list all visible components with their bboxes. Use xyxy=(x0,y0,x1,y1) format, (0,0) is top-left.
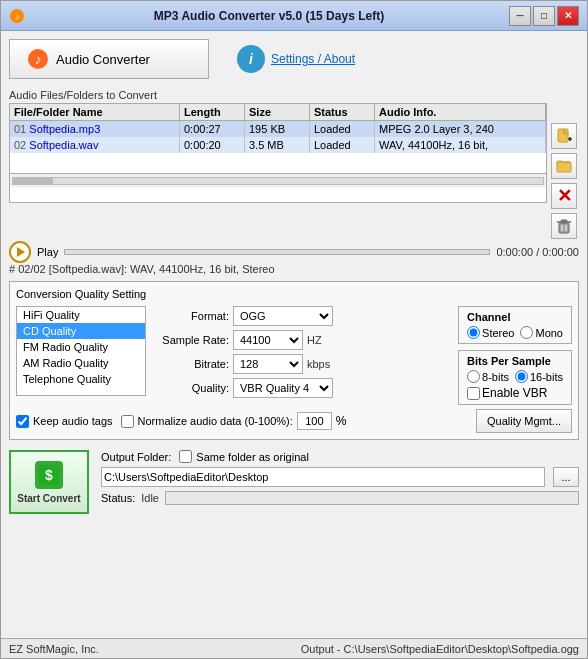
bits-16-option[interactable]: 16-bits xyxy=(515,370,563,383)
channel-radio-row: Stereo Mono xyxy=(467,326,563,339)
quality-select[interactable]: VBR Quality 4 xyxy=(233,378,333,398)
format-row: Format: OGG MP3 WAV FLAC xyxy=(154,306,450,326)
main-window: ♪ MP3 Audio Converter v5.0 (15 Days Left… xyxy=(0,0,588,659)
file-list-section: File/Folder Name Length Size Status Audi… xyxy=(9,103,547,239)
time-display: 0:00:00 / 0:00:00 xyxy=(496,246,579,258)
svg-rect-4 xyxy=(558,129,568,142)
maximize-button[interactable]: □ xyxy=(533,6,555,26)
normalize-checkbox[interactable] xyxy=(121,415,134,428)
format-select[interactable]: OGG MP3 WAV FLAC xyxy=(233,306,333,326)
keep-tags-checkbox[interactable] xyxy=(16,415,29,428)
status-bar: EZ SoftMagic, Inc. Output - C:\Users\Sof… xyxy=(1,638,587,658)
status-row: Status: Idle xyxy=(101,491,579,505)
start-convert-button[interactable]: $ Start Convert xyxy=(9,450,89,514)
same-folder-checkbox[interactable] xyxy=(179,450,192,463)
sample-rate-row: Sample Rate: 44100 22050 11025 HZ xyxy=(154,330,450,350)
scroll-thumb[interactable] xyxy=(13,178,53,184)
file-list-empty xyxy=(10,153,546,173)
mono-radio[interactable] xyxy=(520,326,533,339)
keep-tags-option[interactable]: Keep audio tags xyxy=(16,415,113,428)
svg-rect-7 xyxy=(557,162,571,172)
convert-arrow-icon: $ xyxy=(38,464,60,486)
quality-list[interactable]: HiFi Quality CD Quality FM Radio Quality… xyxy=(16,306,146,396)
minimize-button[interactable]: ─ xyxy=(509,6,531,26)
col-header-size: Size xyxy=(245,104,310,120)
playback-bar: Play 0:00:00 / 0:00:00 xyxy=(9,241,579,263)
bits-8-option[interactable]: 8-bits xyxy=(467,370,509,383)
quality-params: Format: OGG MP3 WAV FLAC Sample Rate: 44… xyxy=(154,306,450,405)
trash-icon xyxy=(556,218,572,234)
normalize-option[interactable]: Normalize audio data (0-100%): xyxy=(121,415,293,428)
quality-item-telephone[interactable]: Telephone Quality xyxy=(17,371,145,387)
file-list-header: File/Folder Name Length Size Status Audi… xyxy=(10,104,546,121)
play-button[interactable] xyxy=(9,241,31,263)
bitrate-unit: kbps xyxy=(307,358,330,370)
play-icon xyxy=(17,247,25,257)
settings-area: i Settings / About xyxy=(237,45,355,73)
svg-text:♪: ♪ xyxy=(35,51,42,67)
status-label: Status: xyxy=(101,492,135,504)
convert-icon: $ xyxy=(35,461,63,489)
sample-rate-label: Sample Rate: xyxy=(154,334,229,346)
music-icon: ♪ xyxy=(26,47,50,71)
play-label: Play xyxy=(37,246,58,258)
settings-link[interactable]: Settings / About xyxy=(271,52,355,66)
status-value: Idle xyxy=(141,492,159,504)
quality-item-hifi[interactable]: HiFi Quality xyxy=(17,307,145,323)
browse-button[interactable]: ... xyxy=(553,467,579,487)
main-area: File/Folder Name Length Size Status Audi… xyxy=(9,103,579,239)
file-list-container: File/Folder Name Length Size Status Audi… xyxy=(9,103,547,203)
quality-param-row: Quality: VBR Quality 4 xyxy=(154,378,450,398)
same-folder-option[interactable]: Same folder as original xyxy=(179,450,309,463)
remove-button[interactable]: ✕ xyxy=(551,183,577,209)
enable-vbr-option[interactable]: Enable VBR xyxy=(467,386,563,400)
audio-converter-label: Audio Converter xyxy=(56,52,150,67)
start-convert-label: Start Convert xyxy=(17,493,80,504)
normalize-input[interactable] xyxy=(297,412,332,430)
toolbar: ♪ Audio Converter i Settings / About xyxy=(9,39,579,79)
bitrate-label: Bitrate: xyxy=(154,358,229,370)
quality-section-title: Conversion Quality Setting xyxy=(16,288,572,300)
bits-16-radio[interactable] xyxy=(515,370,528,383)
quality-item-fm[interactable]: FM Radio Quality xyxy=(17,339,145,355)
close-button[interactable]: ✕ xyxy=(557,6,579,26)
scroll-track[interactable] xyxy=(12,177,544,185)
enable-vbr-checkbox[interactable] xyxy=(467,387,480,400)
output-path-input[interactable] xyxy=(101,467,545,487)
bitrate-select[interactable]: 128 192 256 320 xyxy=(233,354,303,374)
mono-option[interactable]: Mono xyxy=(520,326,563,339)
bits-group: Bits Per Sample 8-bits 16-bits xyxy=(458,350,572,405)
progress-bar xyxy=(165,491,579,505)
stereo-option[interactable]: Stereo xyxy=(467,326,514,339)
side-buttons: ✕ xyxy=(551,103,579,239)
table-row[interactable]: 02 Softpedia.wav 0:00:20 3.5 MB Loaded W… xyxy=(10,137,546,153)
file-section-title: Audio Files/Folders to Convert xyxy=(9,89,579,101)
add-folder-icon xyxy=(556,158,572,174)
sample-rate-select[interactable]: 44100 22050 11025 xyxy=(233,330,303,350)
quality-mgmt-button[interactable]: Quality Mgmt... xyxy=(476,409,572,433)
bits-8-radio[interactable] xyxy=(467,370,480,383)
add-folder-button[interactable] xyxy=(551,153,577,179)
file-info-line: # 02/02 [Softpedia.wav]: WAV, 44100Hz, 1… xyxy=(9,263,579,275)
sample-rate-unit: HZ xyxy=(307,334,322,346)
add-file-button[interactable] xyxy=(551,123,577,149)
clear-button[interactable] xyxy=(551,213,577,239)
file-section: Audio Files/Folders to Convert File/Fold… xyxy=(9,89,579,275)
stereo-radio[interactable] xyxy=(467,326,480,339)
audio-converter-button[interactable]: ♪ Audio Converter xyxy=(9,39,209,79)
col-header-length: Length xyxy=(180,104,245,120)
col-header-audio: Audio Info. xyxy=(375,104,546,120)
channel-bits-section: Channel Stereo Mono xyxy=(458,306,572,405)
bits-radio-row: 8-bits 16-bits xyxy=(467,370,563,383)
horizontal-scrollbar[interactable] xyxy=(10,173,546,187)
seek-bar[interactable] xyxy=(64,249,490,255)
quality-item-am[interactable]: AM Radio Quality xyxy=(17,355,145,371)
content-area: ♪ Audio Converter i Settings / About Aud… xyxy=(1,31,587,638)
quality-label: Quality: xyxy=(154,382,229,394)
app-icon: ♪ xyxy=(9,8,25,24)
channel-group: Channel Stereo Mono xyxy=(458,306,572,344)
info-icon-button[interactable]: i xyxy=(237,45,265,73)
bitrate-row: Bitrate: 128 192 256 320 kbps xyxy=(154,354,450,374)
quality-item-cd[interactable]: CD Quality xyxy=(17,323,145,339)
table-row[interactable]: 01 Softpedia.mp3 0:00:27 195 KB Loaded M… xyxy=(10,121,546,137)
